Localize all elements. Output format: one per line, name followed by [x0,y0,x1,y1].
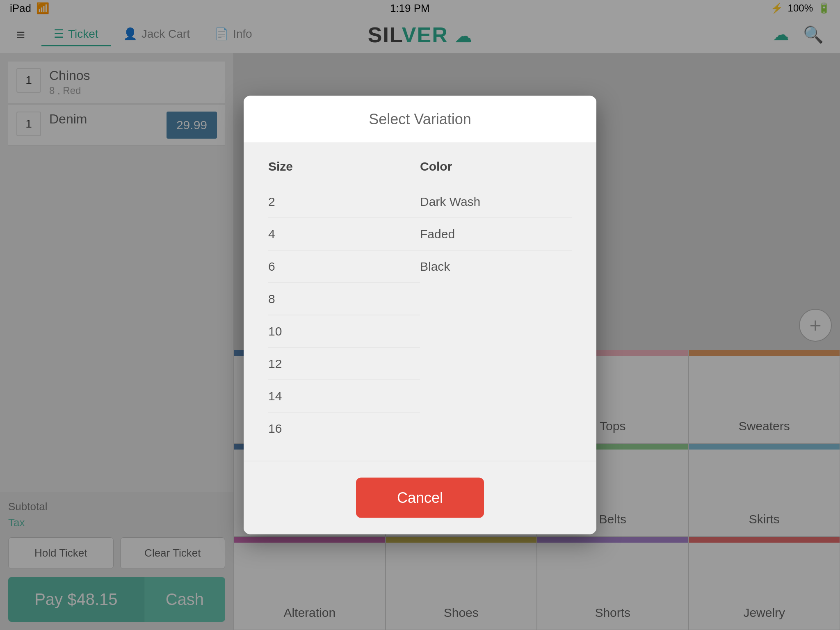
color-row-dark-wash[interactable]: Dark Wash [420,186,572,218]
modal-columns: Size 2 4 6 8 10 12 14 16 Color Dark Wash… [268,160,572,445]
modal-column-color: Color Dark Wash Faded Black [420,160,572,445]
size-row-8[interactable]: 8 [268,283,420,315]
modal-footer: Cancel [244,461,596,534]
cancel-button[interactable]: Cancel [356,478,484,518]
select-variation-modal: Select Variation Size 2 4 6 8 10 12 14 1… [244,96,596,534]
color-column-header: Color [420,160,572,173]
size-row-10[interactable]: 10 [268,315,420,348]
size-row-16[interactable]: 16 [268,413,420,445]
size-row-4[interactable]: 4 [268,218,420,251]
modal-column-size: Size 2 4 6 8 10 12 14 16 [268,160,420,445]
color-row-black[interactable]: Black [420,251,572,283]
size-row-12[interactable]: 12 [268,348,420,380]
modal-title: Select Variation [369,111,471,128]
modal-header: Select Variation [244,96,596,143]
size-column-header: Size [268,160,420,173]
size-row-2[interactable]: 2 [268,186,420,218]
modal-body: Size 2 4 6 8 10 12 14 16 Color Dark Wash… [244,143,596,461]
color-row-faded[interactable]: Faded [420,218,572,251]
size-row-14[interactable]: 14 [268,380,420,413]
size-row-6[interactable]: 6 [268,251,420,283]
